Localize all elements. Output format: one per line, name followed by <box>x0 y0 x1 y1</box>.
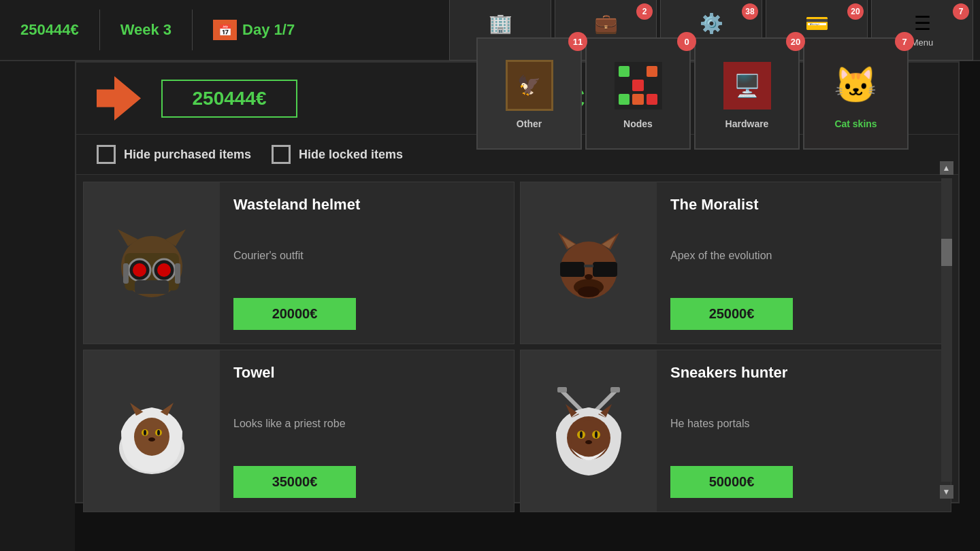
hardware-icon: 🖥️ <box>720 59 774 113</box>
week-value: Week 3 <box>120 21 172 39</box>
nodes-badge: 0 <box>677 32 696 51</box>
svg-point-28 <box>157 430 160 435</box>
cat-avatar-icon: 🐱 <box>832 62 880 110</box>
jobs-icon: 💼 <box>594 12 618 35</box>
sneakers-desc: He hates portals <box>670 388 937 459</box>
menu-label: Menu <box>911 37 934 48</box>
svg-point-21 <box>585 274 593 280</box>
wasteland-desc: Courier's outfit <box>233 220 500 291</box>
day-display: 📅 Day 1/7 <box>193 20 315 40</box>
scroll-thumb <box>941 239 952 266</box>
sneakers-buy-button[interactable]: 50000€ <box>670 466 793 498</box>
catskins-label: Cat skins <box>834 118 877 129</box>
filter-locked[interactable]: Hide locked items <box>272 145 403 164</box>
moralist-avatar-svg <box>541 216 636 311</box>
moralist-desc: Apex of the evolution <box>670 220 937 291</box>
gpay-badge: 20 <box>847 3 864 20</box>
locked-label: Hide locked items <box>299 148 403 162</box>
tab-hardware[interactable]: 20 🖥️ Hardware <box>694 37 800 150</box>
sneakers-avatar-svg <box>541 384 636 479</box>
moralist-image <box>521 182 657 344</box>
catskins-icon: 🐱 <box>829 59 883 113</box>
towel-image <box>84 350 220 512</box>
scroll-up[interactable]: ▲ <box>940 161 953 175</box>
svg-rect-34 <box>557 387 567 393</box>
svg-rect-18 <box>584 265 593 267</box>
tab-nodes[interactable]: 0 Nodes <box>585 37 691 150</box>
scroll-track[interactable] <box>941 178 952 482</box>
svg-rect-16 <box>560 262 585 277</box>
svg-rect-35 <box>610 387 620 393</box>
nodes-grid-icon <box>615 62 662 110</box>
svg-point-42 <box>585 440 592 444</box>
towel-buy-button[interactable]: 35000€ <box>233 466 356 498</box>
hardware-device-icon: 🖥️ <box>723 62 771 110</box>
other-book-icon <box>506 60 553 111</box>
other-label: Other <box>517 118 542 129</box>
wasteland-name: Wasteland helmet <box>233 196 500 214</box>
svg-point-24 <box>134 418 169 456</box>
reinforce-icon: ⚙️ <box>700 12 723 35</box>
calendar-icon: 📅 <box>213 20 237 40</box>
wasteland-avatar-svg <box>104 216 199 311</box>
locked-checkbox[interactable] <box>272 145 291 164</box>
menu-badge: 7 <box>953 3 969 20</box>
purchased-label: Hide purchased items <box>124 148 251 162</box>
towel-info: Towel Looks like a priest robe 35000€ <box>220 350 514 512</box>
svg-point-29 <box>148 437 155 441</box>
tab-catskins[interactable]: 7 🐱 Cat skins <box>803 37 909 150</box>
svg-rect-8 <box>135 280 169 294</box>
wasteland-image <box>84 182 220 344</box>
left-sidebar <box>0 61 75 551</box>
scroll-down[interactable]: ▼ <box>940 485 953 499</box>
moralist-info: The Moralist Apex of the evolution 25000… <box>657 182 951 344</box>
svg-point-27 <box>144 430 146 435</box>
item-wasteland-helmet: Wasteland helmet Courier's outfit 20000€ <box>83 182 514 344</box>
currency-value: 250444€ <box>20 21 79 39</box>
gpay-icon: 💳 <box>805 12 829 35</box>
reinforce-badge: 38 <box>742 3 758 20</box>
hardware-label: Hardware <box>725 118 769 129</box>
scrollbar: ▲ ▼ <box>938 158 955 502</box>
sneakers-info: Sneakers hunter He hates portals 50000€ <box>657 350 951 512</box>
item-moralist: The Moralist Apex of the evolution 25000… <box>520 182 951 344</box>
sneakers-name: Sneakers hunter <box>670 364 937 382</box>
item-sneakers: Sneakers hunter He hates portals 50000€ <box>520 350 951 512</box>
moralist-name: The Moralist <box>670 196 937 214</box>
balance-display: 250444€ <box>161 80 297 118</box>
hardware-badge: 20 <box>786 32 805 51</box>
nodes-label: Nodes <box>623 118 653 129</box>
towel-name: Towel <box>233 364 500 382</box>
item-towel: Towel Looks like a priest robe 35000€ <box>83 350 514 512</box>
nodes-icon <box>611 59 666 113</box>
svg-rect-17 <box>593 262 617 277</box>
filter-purchased[interactable]: Hide purchased items <box>97 145 251 164</box>
wasteland-buy-button[interactable]: 20000€ <box>233 298 356 330</box>
tab-other[interactable]: 11 Other <box>476 37 582 150</box>
startups-icon: 🏢 <box>489 12 512 35</box>
items-grid: Wasteland helmet Courier's outfit 20000€ <box>76 175 958 519</box>
towel-avatar-svg <box>104 384 199 479</box>
menu-icon: ☰ <box>914 12 931 35</box>
svg-point-6 <box>133 263 146 277</box>
towel-desc: Looks like a priest robe <box>233 388 500 459</box>
shop-category-tabs: 11 Other 0 Nodes 20 🖥️ <box>476 37 912 150</box>
other-badge: 11 <box>568 32 587 51</box>
moralist-buy-button[interactable]: 25000€ <box>670 298 793 330</box>
wasteland-info: Wasteland helmet Courier's outfit 20000€ <box>220 182 514 344</box>
catskins-badge: 7 <box>895 32 914 51</box>
other-icon <box>502 59 557 113</box>
svg-point-7 <box>157 263 171 277</box>
svg-rect-10 <box>175 263 180 284</box>
week-display: Week 3 <box>100 21 192 39</box>
sneakers-image <box>521 350 657 512</box>
svg-rect-9 <box>123 263 129 284</box>
currency-display: 250444€ <box>0 21 99 39</box>
purchased-checkbox[interactable] <box>97 145 116 164</box>
day-value: Day 1/7 <box>242 21 295 39</box>
svg-point-20 <box>578 286 600 297</box>
back-button[interactable] <box>97 76 141 120</box>
svg-point-40 <box>580 431 583 438</box>
jobs-badge: 2 <box>636 3 653 20</box>
svg-point-41 <box>595 431 598 438</box>
